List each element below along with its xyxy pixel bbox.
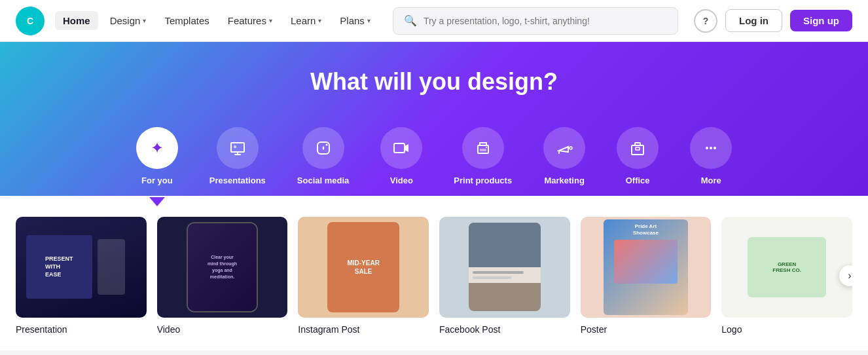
- card-poster-image: Pride ArtShowcase: [581, 217, 712, 318]
- category-print-products-label: Print products: [454, 176, 512, 185]
- nav-learn[interactable]: Learn ▾: [284, 11, 328, 30]
- category-more[interactable]: More: [674, 117, 748, 196]
- card-presentation[interactable]: PRESENTWITHEASE Presentation: [16, 217, 147, 335]
- svg-rect-3: [234, 145, 236, 148]
- print-products-icon: [462, 127, 504, 169]
- card-instagram-label: Instagram Post: [298, 324, 429, 335]
- logo-mock-inner: GREENFRESH CO.: [748, 237, 826, 297]
- fb-text-area: [469, 267, 541, 283]
- category-marketing-label: Marketing: [544, 176, 584, 185]
- card-poster-label: Poster: [581, 324, 712, 335]
- svg-rect-8: [480, 149, 486, 151]
- card-video-label: Video: [157, 324, 288, 335]
- video-icon: [380, 127, 422, 169]
- nav-home[interactable]: Home: [55, 11, 98, 30]
- office-icon: [617, 127, 659, 169]
- card-instagram-image: MID-YEARSALE: [298, 217, 429, 318]
- hero-banner: What will you design? ✦ For you Presenta…: [0, 42, 868, 196]
- category-presentations[interactable]: Presentations: [194, 117, 281, 196]
- category-print-products[interactable]: Print products: [438, 117, 528, 196]
- header: C Home Design ▾ Templates Features ▾ Lea…: [0, 0, 868, 42]
- fb-text-line1: [473, 271, 524, 274]
- svg-point-5: [325, 144, 327, 146]
- card-presentation-image: PRESENTWITHEASE: [16, 217, 147, 318]
- phone-text: Clear yourmind throughyoga andmeditation…: [208, 254, 237, 280]
- search-input[interactable]: [424, 16, 667, 26]
- features-chevron-icon: ▾: [269, 17, 272, 24]
- card-instagram[interactable]: MID-YEARSALE Instagram Post: [298, 217, 429, 335]
- nav-features[interactable]: Features ▾: [221, 11, 279, 30]
- card-facebook-image: [439, 217, 570, 318]
- hero-title: What will you design?: [16, 68, 852, 96]
- instagram-mock: MID-YEARSALE: [298, 217, 429, 318]
- card-logo[interactable]: GREENFRESH CO. Logo: [721, 217, 852, 335]
- more-icon: [690, 127, 732, 169]
- svg-point-13: [706, 147, 708, 149]
- card-poster[interactable]: Pride ArtShowcase Poster: [581, 217, 712, 335]
- insta-mock-inner: MID-YEARSALE: [327, 222, 399, 312]
- phone-content: Clear yourmind throughyoga andmeditation…: [188, 223, 257, 311]
- poster-mock-inner: Pride ArtShowcase: [604, 219, 689, 315]
- category-for-you[interactable]: ✦ For you: [120, 117, 194, 196]
- card-video[interactable]: Clear yourmind throughyoga andmeditation…: [157, 217, 288, 335]
- active-indicator: [149, 197, 165, 206]
- header-right: ? Log in Sign up: [694, 9, 852, 33]
- card-facebook[interactable]: Facebook Post: [439, 217, 570, 335]
- category-social-media-label: Social media: [297, 176, 349, 185]
- login-button[interactable]: Log in: [725, 9, 782, 32]
- category-social-media[interactable]: Social media: [281, 117, 365, 196]
- svg-rect-2: [231, 143, 244, 152]
- insta-text: MID-YEARSALE: [347, 259, 379, 276]
- learn-chevron-icon: ▾: [318, 17, 321, 24]
- card-video-image: Clear yourmind throughyoga andmeditation…: [157, 217, 288, 318]
- logo-text: GREENFRESH CO.: [772, 261, 801, 273]
- card-logo-image: GREENFRESH CO.: [721, 217, 852, 318]
- design-chevron-icon: ▾: [143, 17, 146, 24]
- category-office[interactable]: Office: [601, 117, 674, 196]
- laptop-screen: PRESENTWITHEASE: [26, 235, 92, 299]
- help-button[interactable]: ?: [694, 9, 717, 33]
- marketing-icon: [543, 127, 585, 169]
- nav-design[interactable]: Design ▾: [103, 11, 153, 30]
- laptop-text: PRESENTWITHEASE: [45, 255, 73, 278]
- content-area: PRESENTWITHEASE Presentation Clear yourm…: [0, 196, 868, 350]
- cards-row: PRESENTWITHEASE Presentation Clear yourm…: [16, 217, 852, 335]
- category-for-you-label: For you: [141, 176, 173, 185]
- logo-mock: GREENFRESH CO.: [721, 217, 852, 318]
- svg-rect-12: [636, 147, 640, 150]
- card-presentation-label: Presentation: [16, 324, 147, 335]
- person-silhouette: [98, 239, 125, 295]
- fb-phone-mock: [469, 223, 541, 311]
- svg-point-9: [486, 147, 487, 148]
- category-row: ✦ For you Presentations: [16, 117, 852, 196]
- category-video-label: Video: [390, 176, 413, 185]
- facebook-mock: [439, 217, 570, 318]
- svg-text:C: C: [27, 15, 33, 26]
- for-you-icon: ✦: [136, 127, 178, 169]
- category-video[interactable]: Video: [365, 117, 438, 196]
- presentations-icon: [217, 127, 259, 169]
- search-icon: 🔍: [404, 14, 417, 27]
- canva-logo[interactable]: C: [16, 7, 45, 35]
- card-logo-label: Logo: [721, 324, 852, 335]
- signup-button[interactable]: Sign up: [790, 10, 852, 31]
- poster-mock: Pride ArtShowcase: [581, 217, 712, 318]
- fb-image-area: [469, 223, 541, 267]
- nav-templates[interactable]: Templates: [158, 11, 215, 30]
- search-bar: 🔍: [393, 7, 678, 35]
- category-marketing[interactable]: Marketing: [528, 117, 601, 196]
- card-facebook-label: Facebook Post: [439, 324, 570, 335]
- svg-point-15: [714, 147, 716, 149]
- category-more-label: More: [701, 176, 721, 185]
- phone-mock: Clear yourmind throughyoga andmeditation…: [187, 222, 259, 312]
- social-media-icon: [302, 127, 344, 169]
- plans-chevron-icon: ▾: [367, 17, 371, 24]
- fb-text-line2: [473, 276, 511, 279]
- video-mock: Clear yourmind throughyoga andmeditation…: [157, 217, 288, 318]
- svg-rect-6: [394, 143, 405, 153]
- category-office-label: Office: [626, 176, 650, 185]
- svg-point-10: [570, 147, 572, 149]
- poster-art-area: [614, 240, 678, 284]
- nav-plans[interactable]: Plans ▾: [333, 11, 377, 30]
- poster-title: Pride ArtShowcase: [633, 223, 659, 237]
